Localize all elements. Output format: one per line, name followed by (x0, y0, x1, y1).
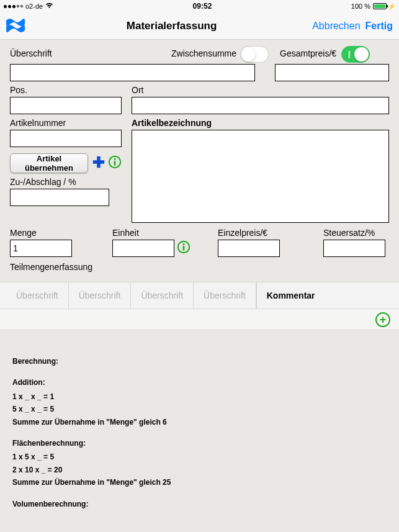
gesamtpreis-switch[interactable] (341, 46, 370, 63)
einheit-input[interactable] (112, 240, 174, 257)
menge-label: Menge (10, 228, 112, 238)
zuabschlag-label: Zu-/Abschlag / % (10, 177, 122, 187)
einzelpreis-label: Einzelpreis/€ (218, 228, 323, 238)
calc-volumen-heading: Volumenberechnung: (12, 498, 387, 510)
battery-percent: 100 % (351, 2, 370, 10)
tab-ueberschrift-2[interactable]: Überschrift (69, 282, 132, 309)
artikelbezeichnung-input[interactable] (132, 130, 389, 223)
tab-ueberschrift-4[interactable]: Überschrift (194, 282, 256, 309)
page-title: Materialerfassung (127, 20, 217, 32)
calc-title: Berechnung: (12, 355, 387, 367)
status-bar: o2-de 09:52 100 % ⚡ (0, 0, 399, 12)
ueberschrift-input[interactable] (10, 64, 255, 81)
artikelnummer-label: Artikelnummer (10, 118, 122, 128)
svg-point-6 (183, 243, 185, 245)
calc-line: Summe zur Übernahme in "Menge" gleich 25 (12, 476, 387, 489)
battery-icon: ⚡ (373, 3, 395, 10)
calc-line: 5 x _ x _ = 5 (12, 403, 387, 415)
zuabschlag-input[interactable] (10, 189, 109, 206)
wifi-icon (45, 2, 53, 10)
signal-dots-icon (4, 5, 23, 8)
calc-flaeche-heading: Flächenberechnung: (12, 437, 387, 449)
steuersatz-label: Steuersatz/% (323, 228, 389, 238)
artikelnummer-input[interactable] (10, 130, 122, 147)
material-form: Überschrift Zwischensumme Gesamtpreis/€ … (0, 40, 399, 282)
artikel-uebernehmen-label: Artikel übernehmen (16, 154, 83, 173)
cancel-button[interactable]: Abbrechen (312, 20, 360, 32)
app-logo-icon (6, 18, 31, 34)
tab-ueberschrift-1[interactable]: Überschrift (6, 282, 69, 309)
done-button[interactable]: Fertig (365, 20, 393, 32)
ort-input[interactable] (132, 97, 389, 114)
artikelbezeichnung-label: Artikelbezeichnung (132, 118, 389, 128)
ueberschrift-label: Überschrift (10, 48, 171, 58)
calc-line: 1 x 5 x _ = 5 (12, 451, 387, 463)
pos-input[interactable] (10, 97, 122, 114)
tab-ueberschrift-3[interactable]: Überschrift (131, 282, 194, 309)
calc-addition-heading: Addition: (12, 376, 387, 389)
gesamtpreis-input[interactable] (275, 64, 389, 81)
menge-input[interactable] (10, 240, 72, 257)
calc-line: 1 x _ x _ = 1 (12, 390, 387, 403)
clock: 09:52 (193, 2, 212, 11)
svg-rect-4 (114, 161, 116, 165)
zwischensumme-switch[interactable] (240, 46, 269, 63)
add-plus-icon[interactable]: + (375, 312, 390, 327)
calc-line: 2 x 10 x _ = 20 (12, 464, 387, 476)
add-row-bar: + (0, 309, 399, 330)
nav-bar: Materialerfassung Abbrechen Fertig (0, 12, 399, 40)
gesamtpreis-label: Gesamtpreis/€ (280, 48, 336, 58)
pos-label: Pos. (10, 85, 122, 95)
einheit-label: Einheit (112, 228, 218, 238)
teilmengen-label: Teilmengenerfassung (10, 262, 389, 272)
svg-rect-7 (183, 246, 185, 250)
ort-label: Ort (132, 85, 389, 95)
plus-icon[interactable] (91, 155, 105, 171)
info-icon[interactable] (108, 155, 122, 171)
calc-line: Summe zur Übernahme in "Menge" gleich 6 (12, 416, 387, 428)
zwischensumme-label: Zwischensumme (171, 48, 236, 58)
carrier-label: o2-de (25, 2, 43, 10)
info-icon[interactable] (177, 240, 191, 256)
steuersatz-input[interactable] (323, 240, 385, 257)
tab-kommentar[interactable]: Kommentar (256, 282, 325, 309)
artikel-uebernehmen-button[interactable]: Artikel übernehmen (10, 153, 88, 173)
einzelpreis-input[interactable] (218, 240, 280, 257)
tab-bar: Überschrift Überschrift Überschrift Über… (0, 282, 399, 309)
svg-rect-1 (93, 160, 104, 164)
svg-point-3 (114, 158, 116, 160)
calculation-panel: Berechnung: Addition: 1 x _ x _ = 1 5 x … (0, 330, 399, 518)
